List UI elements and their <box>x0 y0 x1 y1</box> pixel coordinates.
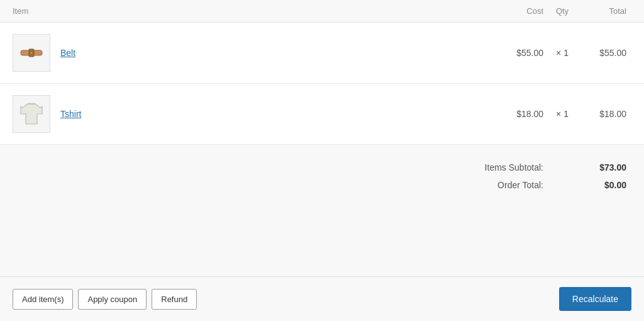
item-row-tshirt: Tshirt $18.00 × 1 $18.00 <box>0 84 644 145</box>
order-total-label: Order Total: <box>497 180 543 190</box>
col-qty-header: Qty <box>543 6 581 16</box>
footer: Add item(s) Apply coupon Refund Recalcul… <box>0 276 644 321</box>
item-total-tshirt: $18.00 <box>581 109 631 119</box>
item-left-tshirt: Tshirt <box>13 95 493 133</box>
subtotal-value: $73.00 <box>581 162 631 172</box>
refund-button[interactable]: Refund <box>152 289 197 310</box>
item-row-belt: Belt $55.00 × 1 $55.00 <box>0 23 644 84</box>
apply-coupon-button[interactable]: Apply coupon <box>78 289 147 310</box>
add-items-button[interactable]: Add item(s) <box>13 289 73 310</box>
belt-icon <box>20 47 43 59</box>
col-cost-header: Cost <box>493 6 543 16</box>
item-name-tshirt[interactable]: Tshirt <box>60 109 81 119</box>
item-left-belt: Belt <box>13 34 493 72</box>
subtotal-row: Items Subtotal: $73.00 <box>485 162 631 172</box>
col-item-header: Item <box>13 6 493 16</box>
order-total-row: Order Total: $0.00 <box>497 180 631 190</box>
tshirt-icon <box>19 103 43 125</box>
col-total-header: Total <box>581 6 631 16</box>
item-total-belt: $55.00 <box>581 48 631 58</box>
svg-point-2 <box>30 52 33 54</box>
table-header: Item Cost Qty Total <box>0 0 644 23</box>
svg-marker-3 <box>21 104 42 124</box>
item-thumbnail-tshirt <box>13 95 50 133</box>
item-cost-belt: $55.00 <box>493 48 543 58</box>
order-table-container: Item Cost Qty Total Belt $55.00 × 1 $55.… <box>0 0 644 321</box>
item-name-belt[interactable]: Belt <box>60 48 75 58</box>
order-total-value: $0.00 <box>581 180 631 190</box>
footer-actions-left: Add item(s) Apply coupon Refund <box>13 289 197 310</box>
item-cost-tshirt: $18.00 <box>493 109 543 119</box>
items-list: Belt $55.00 × 1 $55.00 Tshirt $18.00 × 1… <box>0 23 644 145</box>
item-thumbnail-belt <box>13 34 50 72</box>
item-qty-tshirt: × 1 <box>543 109 581 119</box>
item-qty-belt: × 1 <box>543 48 581 58</box>
subtotal-label: Items Subtotal: <box>485 162 543 172</box>
recalculate-button[interactable]: Recalculate <box>559 287 631 311</box>
totals-section: Items Subtotal: $73.00 Order Total: $0.0… <box>0 145 644 276</box>
